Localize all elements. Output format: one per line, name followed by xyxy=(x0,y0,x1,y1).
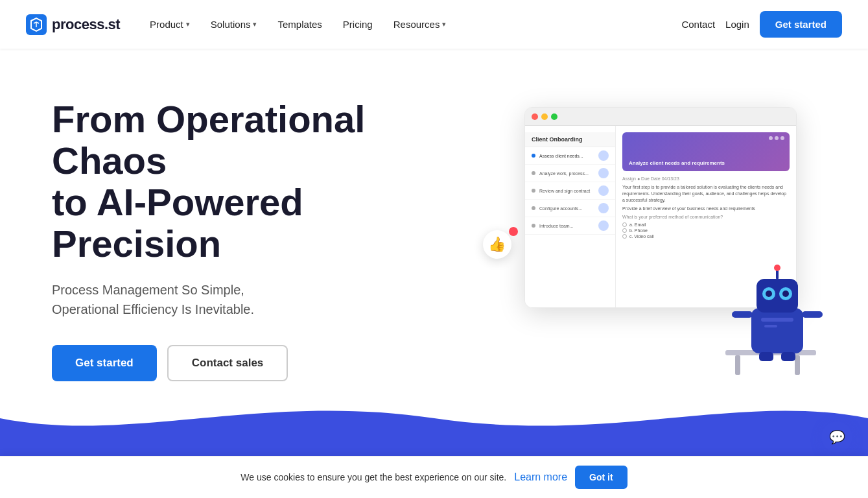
sidebar-inactive-dot xyxy=(532,189,535,193)
navbar: process.st Product ▾ Solutions ▾ Templat… xyxy=(0,0,868,49)
accent-dot xyxy=(509,227,518,236)
screenshot-banner-dots xyxy=(769,136,784,140)
svg-point-9 xyxy=(782,290,789,297)
chat-icon-button[interactable]: 💬 xyxy=(821,421,852,453)
svg-rect-2 xyxy=(735,355,740,375)
nav-resources[interactable]: Resources ▾ xyxy=(384,14,456,35)
solutions-chevron-icon: ▾ xyxy=(253,20,257,29)
nav-contact[interactable]: Contact xyxy=(681,19,715,30)
screenshot-sidebar-item: Review and sign contract xyxy=(525,182,615,200)
svg-rect-12 xyxy=(732,311,753,318)
sidebar-inactive-dot xyxy=(532,206,535,210)
cookie-banner: We use cookies to ensure you get the bes… xyxy=(0,456,868,498)
radio-icon xyxy=(622,222,627,227)
banner-dot xyxy=(769,136,773,140)
svg-point-11 xyxy=(774,265,780,271)
radio-email: a. Email xyxy=(622,222,790,227)
cookie-message: We use cookies to ensure you get the bes… xyxy=(240,472,506,482)
sidebar-inactive-dot xyxy=(532,224,535,228)
screenshot-titlebar xyxy=(525,108,796,126)
svg-point-7 xyxy=(766,290,772,297)
wave-svg xyxy=(0,392,868,444)
radio-icon xyxy=(622,228,627,233)
window-dot-green xyxy=(551,113,557,120)
banner-label: Analyze client needs and requirements xyxy=(629,160,725,166)
svg-rect-3 xyxy=(795,355,800,375)
sidebar-avatar xyxy=(598,185,609,196)
nav-pricing[interactable]: Pricing xyxy=(334,14,382,35)
hero-section: From Operational Chaos to AI-Powered Pre… xyxy=(0,49,868,392)
nav-templates[interactable]: Templates xyxy=(268,14,331,35)
hero-title: From Operational Chaos to AI-Powered Pre… xyxy=(52,99,472,264)
resources-chevron-icon: ▾ xyxy=(442,20,446,29)
hero-content: From Operational Chaos to AI-Powered Pre… xyxy=(52,99,472,381)
form-row: Assign ● Due Date 04/13/23 xyxy=(622,176,790,181)
hero-subtitle: Process Management So Simple, Operationa… xyxy=(52,280,363,319)
like-bubble: 👍 xyxy=(483,230,511,259)
svg-rect-13 xyxy=(802,311,823,318)
form-row-2: What is your preferred method of communi… xyxy=(622,215,790,219)
nav-links: Product ▾ Solutions ▾ Templates Pricing … xyxy=(141,14,455,35)
sidebar-avatar xyxy=(598,150,609,161)
hero-get-started-button[interactable]: Get started xyxy=(52,345,157,381)
screenshot-banner: Analyze client needs and requirements xyxy=(622,132,790,171)
screenshot-sidebar-item: Assess client needs... xyxy=(525,147,615,165)
window-dot-red xyxy=(532,113,538,120)
logo-icon xyxy=(26,14,47,35)
radio-video: c. Video call xyxy=(622,234,790,239)
hero-buttons: Get started Contact sales xyxy=(52,345,472,381)
screenshot-sidebar-title: Client Onboarding xyxy=(525,132,615,147)
banner-dot xyxy=(780,136,784,140)
nav-solutions[interactable]: Solutions ▾ xyxy=(202,14,266,35)
logo[interactable]: process.st xyxy=(26,14,120,35)
robot-illustration xyxy=(712,250,823,379)
product-chevron-icon: ▾ xyxy=(186,20,190,29)
window-dot-yellow xyxy=(541,113,548,120)
radio-icon xyxy=(622,234,627,239)
svg-rect-16 xyxy=(759,352,773,361)
sidebar-avatar xyxy=(598,220,609,231)
chat-icon: 💬 xyxy=(829,429,845,445)
screenshot-sidebar-item: Introduce team... xyxy=(525,217,615,235)
sidebar-inactive-dot xyxy=(532,171,535,175)
navbar-right: Contact Login Get started xyxy=(681,11,842,38)
navbar-left: process.st Product ▾ Solutions ▾ Templat… xyxy=(26,14,455,35)
radio-phone: b. Phone xyxy=(622,228,790,233)
svg-rect-15 xyxy=(764,325,777,327)
screenshot-sidebar: Client Onboarding Assess client needs...… xyxy=(525,126,616,307)
banner-dot xyxy=(775,136,779,140)
screenshot-sidebar-item: Analyze work, process... xyxy=(525,165,615,182)
nav-get-started-button[interactable]: Get started xyxy=(760,11,842,38)
robot-svg xyxy=(712,250,823,379)
hero-visual: 👍 Client Onboarding Assess client needs.… xyxy=(472,101,816,379)
nav-login[interactable]: Login xyxy=(725,19,749,30)
cookie-learn-more-link[interactable]: Learn more xyxy=(514,471,567,483)
radio-group: a. Email b. Phone c. Video call xyxy=(622,222,790,239)
svg-rect-14 xyxy=(761,318,793,322)
svg-rect-4 xyxy=(751,308,803,353)
screenshot-sidebar-item: Configure accounts... xyxy=(525,200,615,217)
brand-name: process.st xyxy=(52,16,120,33)
cookie-got-it-button[interactable]: Got it xyxy=(575,466,628,489)
screenshot-text-2: Provide a brief overview of your busines… xyxy=(622,206,790,212)
svg-rect-17 xyxy=(781,352,795,361)
hero-contact-sales-button[interactable]: Contact sales xyxy=(167,345,288,381)
sidebar-avatar xyxy=(598,168,609,178)
sidebar-avatar xyxy=(598,203,609,213)
screenshot-text: Your first step is to provide a tailored… xyxy=(622,184,790,203)
sidebar-active-dot xyxy=(532,154,535,158)
nav-product[interactable]: Product ▾ xyxy=(141,14,199,35)
